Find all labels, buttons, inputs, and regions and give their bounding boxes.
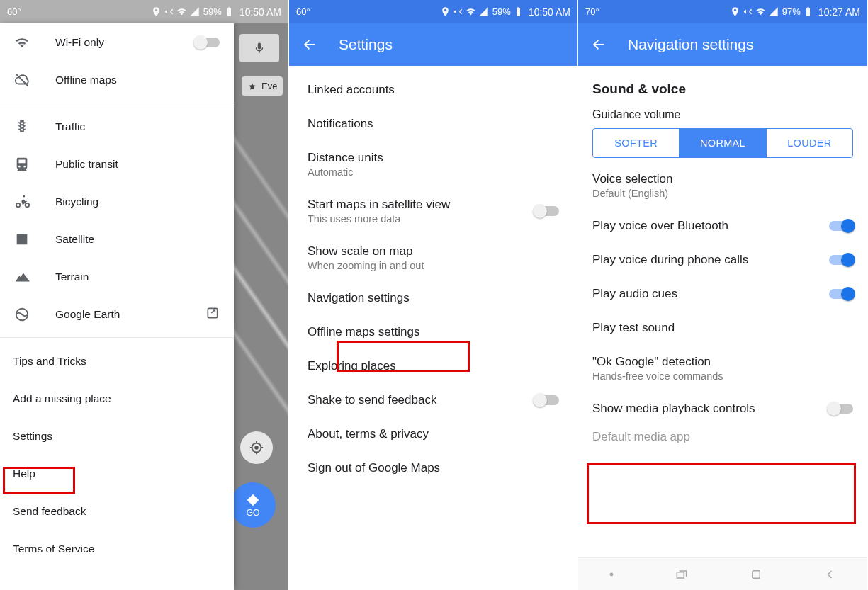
drawer-label: Offline maps [55, 74, 117, 86]
row-phone-calls[interactable]: Play voice during phone calls [578, 243, 867, 277]
row-linked-accounts[interactable]: Linked accounts [289, 73, 577, 107]
cues-toggle[interactable] [829, 289, 853, 299]
go-button[interactable]: GO [230, 482, 276, 528]
row-media-controls[interactable]: Show media playback controls [578, 392, 867, 426]
shake-toggle[interactable] [535, 395, 559, 405]
battery-icon [224, 6, 235, 17]
nav-recents-icon[interactable] [675, 567, 689, 582]
go-label: GO [247, 508, 260, 518]
drawer-tos[interactable]: Terms of Service [0, 530, 234, 567]
row-scale[interactable]: Show scale on mapWhen zooming in and out [289, 234, 577, 281]
satellite-toggle[interactable] [535, 206, 559, 216]
nav-home-icon[interactable] [750, 568, 762, 581]
drawer-wifi-only[interactable]: Wi-Fi only [0, 23, 234, 61]
drawer-traffic[interactable]: Traffic [0, 108, 234, 145]
row-default-media-app: Default media app [578, 426, 867, 454]
location-icon [730, 6, 740, 17]
svg-point-3 [26, 203, 29, 207]
drawer-google-earth[interactable]: Google Earth [0, 295, 234, 333]
crosshair-icon [249, 440, 264, 455]
wifi-icon [466, 6, 476, 17]
drawer-satellite[interactable]: Satellite [0, 220, 234, 258]
drawer-label: Traffic [55, 120, 85, 133]
seg-softer[interactable]: SOFTER [593, 129, 679, 157]
divider [0, 337, 234, 338]
row-shake-feedback[interactable]: Shake to send feedback [289, 383, 577, 417]
drawer-label: Wi-Fi only [55, 36, 104, 49]
battery-icon [803, 6, 813, 17]
drawer-label: Terrain [55, 271, 89, 283]
row-satellite-start[interactable]: Start maps in satellite viewThis uses mo… [289, 188, 577, 234]
status-bar: 60° 59% 10:50 AM [0, 0, 288, 23]
settings-list: Linked accounts Notifications Distance u… [289, 66, 577, 485]
chip-label: Eve [261, 81, 277, 91]
my-location-button[interactable] [240, 431, 273, 464]
wifi-icon [14, 35, 30, 50]
cell-icon [768, 6, 779, 17]
row-navigation-settings[interactable]: Navigation settings [289, 281, 577, 315]
seg-normal[interactable]: NORMAL [679, 129, 765, 157]
system-nav-bar [578, 557, 867, 590]
row-signout[interactable]: Sign out of Google Maps [289, 451, 577, 485]
phone-nav-settings-screen: 70° 97% 10:27 AM Navigation settings Sou… [578, 0, 868, 590]
search-chip[interactable]: Eve [242, 76, 283, 96]
status-time: 10:27 AM [818, 6, 860, 18]
directions-icon [245, 493, 261, 507]
seg-louder[interactable]: LOUDER [766, 129, 852, 157]
row-notifications[interactable]: Notifications [289, 107, 577, 141]
section-heading: Sound & voice [578, 66, 867, 104]
app-bar: Navigation settings [578, 23, 867, 66]
vibrate-icon [453, 6, 463, 17]
calls-toggle[interactable] [829, 255, 853, 265]
drawer-label: Terms of Service [13, 543, 94, 555]
drawer-label: Satellite [55, 233, 94, 246]
phone-drawer-screen: 60° 59% 10:50 AM Eve GO [0, 0, 289, 590]
drawer-label: Public transit [55, 158, 118, 171]
location-icon [151, 6, 162, 17]
status-bar: 60° 59% 10:50 AM [289, 0, 577, 23]
wifi-only-toggle[interactable] [196, 38, 220, 47]
status-temp: 70° [585, 6, 599, 17]
row-about[interactable]: About, terms & privacy [289, 417, 577, 451]
drawer-terrain[interactable]: Terrain [0, 258, 234, 295]
drawer-label: Tips and Tricks [13, 355, 86, 368]
back-arrow-icon[interactable] [591, 37, 607, 52]
row-ok-google[interactable]: "Ok Google" detectionHands-free voice co… [578, 345, 867, 392]
drawer-feedback[interactable]: Send feedback [0, 492, 234, 530]
star-icon [247, 81, 257, 91]
drawer-label: Settings [13, 430, 52, 443]
train-icon [14, 157, 30, 172]
row-voice-selection[interactable]: Voice selectionDefault (English) [578, 162, 867, 209]
row-test-sound[interactable]: Play test sound [578, 311, 867, 345]
bike-icon [14, 194, 31, 210]
drawer-bicycling[interactable]: Bicycling [0, 183, 234, 220]
row-bluetooth[interactable]: Play voice over Bluetooth [578, 209, 867, 243]
drawer-public-transit[interactable]: Public transit [0, 145, 234, 183]
bluetooth-toggle[interactable] [829, 221, 853, 231]
cell-icon [189, 6, 200, 17]
svg-point-1 [255, 446, 258, 449]
svg-rect-7 [753, 570, 760, 578]
cell-icon [478, 6, 489, 17]
drawer-label: Add a missing place [13, 392, 111, 405]
drawer-offline-maps[interactable]: Offline maps [0, 61, 234, 98]
drawer-settings[interactable]: Settings [0, 417, 234, 455]
page-title: Navigation settings [628, 36, 753, 53]
media-toggle[interactable] [829, 404, 853, 414]
nav-dot-icon[interactable] [609, 572, 614, 577]
earth-icon [14, 307, 30, 322]
volume-segmented: SOFTER NORMAL LOUDER [592, 128, 853, 158]
svg-point-6 [609, 572, 613, 576]
drawer-tips[interactable]: Tips and Tricks [0, 342, 234, 380]
row-distance-units[interactable]: Distance unitsAutomatic [289, 141, 577, 188]
row-audio-cues[interactable]: Play audio cues [578, 277, 867, 311]
nav-drawer: Wi-Fi only Offline maps Traffic Public t… [0, 23, 234, 590]
highlight-settings [3, 467, 75, 494]
page-title: Settings [339, 36, 393, 53]
voice-search-button[interactable] [239, 34, 279, 62]
status-icons: 59% 10:50 AM [151, 6, 281, 18]
back-arrow-icon[interactable] [302, 37, 317, 52]
drawer-add-place[interactable]: Add a missing place [0, 380, 234, 417]
status-battery: 97% [782, 6, 801, 17]
nav-back-icon[interactable] [823, 567, 837, 582]
